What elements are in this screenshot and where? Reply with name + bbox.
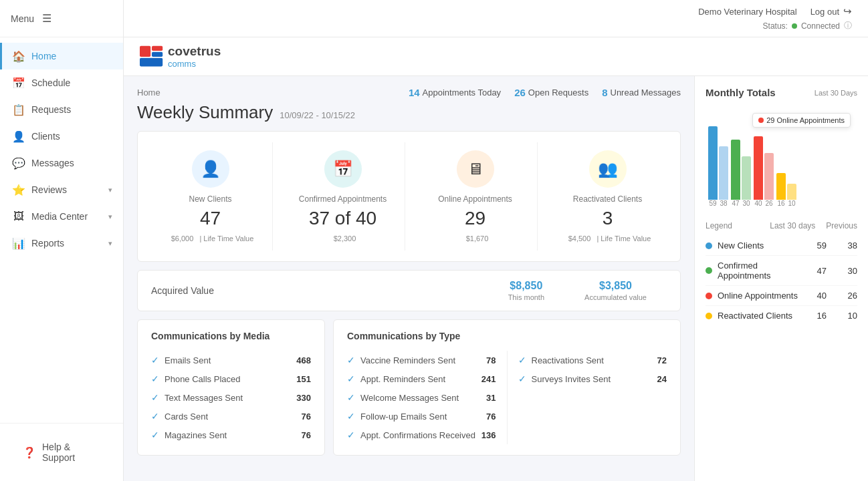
sidebar-item-help[interactable]: ❓ Help & Support	[11, 434, 112, 470]
bar-group-2	[754, 136, 774, 200]
legend-last30-0: 59	[806, 240, 827, 251]
acquired-this-month: $8,850 This month	[488, 280, 564, 301]
clients-icon: 👤	[13, 130, 25, 142]
comms-type-item: ✓ Reactivations Sent 72	[518, 351, 667, 369]
status-bar: Status: Connected ⓘ	[763, 20, 852, 31]
comms-type-item: ✓ Welcome Messages Sent 31	[347, 388, 496, 407]
legend-item-0: New Clients 59 38	[706, 236, 857, 256]
logout-label: Log out	[810, 7, 839, 17]
logo-sub: comms	[168, 59, 221, 69]
comms-type-item: ✓ Appt. Reminders Sent 241	[347, 369, 496, 388]
sidebar-item-schedule[interactable]: 📅 Schedule	[0, 69, 123, 96]
summary-card-1: 📅 Confirmed Appointments 37 of 40 $2,300	[281, 142, 405, 251]
sidebar-item-reviews[interactable]: ⭐ Reviews ▾	[0, 176, 123, 203]
logout-button[interactable]: Log out ↪	[810, 5, 852, 17]
card-footer-value-1: $2,300	[334, 234, 356, 243]
chart-label: 10	[787, 200, 796, 207]
comms-item-label: Text Messages Sent	[165, 393, 243, 403]
stat-unread-messages: 8 Unread Messages	[602, 87, 681, 98]
legend-title: Legend	[706, 221, 732, 230]
comms-type-item: ✓ Follow-up Emails Sent 76	[347, 407, 496, 426]
legend-item-2: Online Appointments 40 26	[706, 286, 857, 306]
comms-by-type-columns: ✓ Vaccine Reminders Sent 78 ✓ Appt. Remi…	[347, 351, 667, 444]
tooltip-dot	[758, 118, 764, 123]
card-footer-label-0: | Life Time Value	[199, 234, 253, 243]
logo-name: covetrus	[168, 44, 221, 59]
sidebar-item-label-reports: Reports	[31, 238, 64, 249]
comms-type-item: ✓ Vaccine Reminders Sent 78	[347, 351, 496, 369]
comms-type-label: Appt. Confirmations Received	[360, 430, 475, 440]
comms-by-media-list: ✓ Emails Sent 468 ✓ Phone Calls Placed 1…	[151, 351, 311, 444]
sidebar-item-label-reviews: Reviews	[31, 184, 67, 195]
content-main: Home 14 Appointments Today 26 Open Reque…	[124, 76, 694, 481]
weekly-summary-header: Weekly Summary 10/09/22 - 10/15/22	[137, 102, 681, 123]
sidebar-item-label-schedule: Schedule	[31, 77, 70, 88]
acquired-this-month-value: $8,850	[508, 280, 544, 292]
reviews-icon: ⭐	[13, 184, 25, 196]
page-header: Home 14 Appointments Today 26 Open Reque…	[137, 87, 681, 98]
legend-header: Legend Last 30 days Previous	[706, 221, 857, 230]
check-icon: ✓	[151, 411, 159, 422]
sidebar-item-home[interactable]: 🏠 Home	[0, 43, 123, 69]
acquired-label: Acquired Value	[151, 285, 488, 296]
hamburger-icon[interactable]: ☰	[42, 12, 51, 25]
summary-card-2: 🖥 Online Appointments 29 $1,670	[413, 142, 538, 251]
messages-icon: 💬	[13, 157, 25, 169]
card-footer-value-3: $4,500	[568, 234, 591, 243]
bar-3-1	[787, 184, 796, 200]
comms-type-count: 136	[481, 430, 496, 440]
chart-label: 26	[764, 200, 774, 207]
bar-3-0	[776, 173, 786, 200]
accumulated-value: $3,850	[584, 280, 647, 292]
sidebar-item-requests[interactable]: 📋 Requests	[0, 96, 123, 123]
comms-item-count: 76	[302, 412, 311, 422]
comms-item-label: Cards Sent	[165, 412, 208, 422]
comms-type-count: 31	[486, 393, 496, 403]
comms-by-media-card: Communications by Media ✓ Emails Sent 46…	[137, 319, 325, 456]
card-icon-1: 📅	[324, 150, 362, 188]
comms-type-label: Follow-up Emails Sent	[360, 412, 447, 422]
bar-1-0	[731, 140, 740, 200]
card-footer-value-2: $1,670	[466, 234, 489, 243]
card-title-1: Confirmed Appointments	[299, 194, 387, 204]
legend-label-1: Confirmed Appointments	[718, 261, 806, 281]
sidebar-item-clients[interactable]: 👤 Clients	[0, 123, 123, 150]
legend-dot-1	[706, 267, 712, 274]
legend-item-1: Confirmed Appointments 47 30	[706, 256, 857, 286]
chart-label: 38	[719, 200, 728, 207]
accumulated-label: Accumulated value	[584, 293, 647, 301]
legend-label-3: Reactivated Clients	[718, 311, 792, 321]
card-footer-1: $2,300	[330, 234, 356, 243]
legend: Legend Last 30 days Previous New Clients…	[706, 221, 857, 325]
comms-media-item: ✓ Phone Calls Placed 151	[151, 369, 311, 388]
chart-label-group-3: 1610	[776, 200, 796, 207]
sidebar-footer: ❓ Help & Support	[0, 423, 123, 481]
sidebar-item-media-center[interactable]: 🖼 Media Center ▾	[0, 203, 123, 230]
header-stats: 14 Appointments Today 26 Open Requests 8…	[409, 87, 681, 98]
sidebar-item-label-home: Home	[31, 51, 56, 61]
card-icon-symbol-0: 👤	[201, 160, 221, 178]
card-icon-0: 👤	[192, 150, 229, 188]
legend-previous-1: 30	[837, 266, 857, 276]
sidebar-item-reports[interactable]: 📊 Reports ▾	[0, 230, 123, 257]
monthly-totals-header: Monthly Totals Last 30 Days	[706, 87, 857, 98]
bar-group-3	[776, 173, 796, 200]
status-label: Status:	[763, 21, 788, 31]
chevron-icon: ▾	[108, 186, 112, 194]
check-icon: ✓	[151, 373, 159, 384]
comms-type-label: Welcome Messages Sent	[360, 393, 459, 403]
comms-type-item: ✓ Surveys Invites Sent 24	[518, 369, 667, 388]
logo-bar: covetrus comms	[124, 37, 868, 76]
comms-type-count: 76	[486, 412, 496, 422]
stat-open-requests: 26 Open Requests	[514, 87, 588, 98]
logout-icon: ↪	[843, 5, 852, 17]
info-icon[interactable]: ⓘ	[844, 20, 852, 31]
card-value-2: 29	[465, 208, 485, 229]
check-icon: ✓	[347, 392, 355, 403]
chevron-icon: ▾	[108, 212, 112, 221]
comms-type-label: Reactivations Sent	[532, 355, 604, 365]
card-value-0: 47	[200, 208, 221, 229]
schedule-icon: 📅	[13, 77, 25, 89]
sidebar-item-messages[interactable]: 💬 Messages	[0, 150, 123, 176]
bar-0-0	[708, 126, 718, 200]
